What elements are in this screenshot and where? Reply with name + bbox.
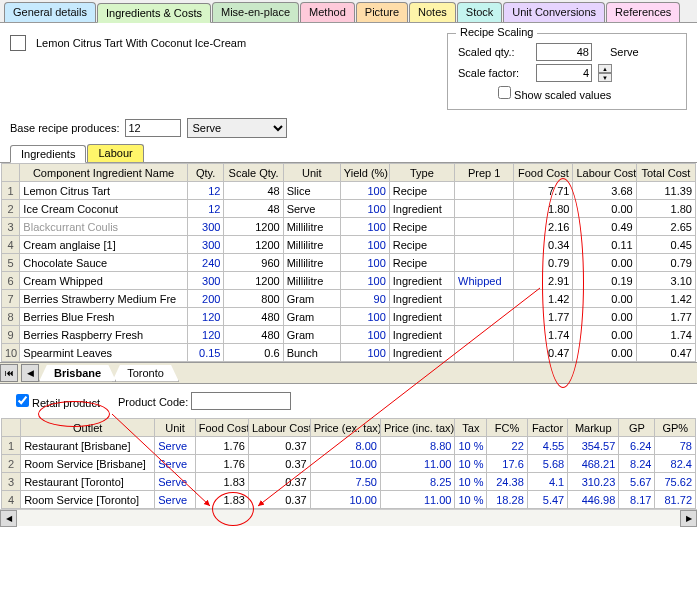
scroll-right-icon[interactable]: ▶ <box>680 510 697 527</box>
ingredient-row[interactable]: 10Spearmint Leaves0.150.6Bunch100Ingredi… <box>2 344 696 362</box>
sub-tab-bar: IngredientsLabour <box>0 144 697 163</box>
main-tab-stock[interactable]: Stock <box>457 2 503 22</box>
recipe-scaling-box: Recipe Scaling Scaled qty.: Serve Scale … <box>447 33 687 110</box>
ingredient-row[interactable]: 6Cream Whipped3001200Millilitre100Ingred… <box>2 272 696 290</box>
retail-product-checkbox[interactable] <box>16 394 29 407</box>
ing-col-header[interactable]: Type <box>389 164 454 182</box>
spin-up-icon[interactable]: ▲ <box>598 64 612 73</box>
ingredients-grid[interactable]: Component Ingredient NameQty.Scale Qty.U… <box>1 163 696 362</box>
main-tab-ingredients-costs[interactable]: Ingredients & Costs <box>97 3 211 23</box>
outlet-col-header[interactable]: Factor <box>527 419 567 437</box>
ws-nav[interactable]: ⏮ ◀ <box>0 364 39 382</box>
ws-tab-brisbane[interactable]: Brisbane <box>39 365 116 382</box>
outlet-row[interactable]: 3Restaurant [Toronto]Serve1.830.377.508.… <box>2 473 696 491</box>
ws-tab-toronto[interactable]: Toronto <box>112 365 179 382</box>
scaled-qty-label: Scaled qty.: <box>458 46 530 58</box>
product-code-input[interactable] <box>191 392 291 410</box>
main-tab-notes[interactable]: Notes <box>409 2 456 22</box>
horizontal-scrollbar[interactable]: ◀ ▶ <box>0 509 697 526</box>
show-scaled-checkbox[interactable] <box>498 86 511 99</box>
outlet-grid[interactable]: OutletUnitFood CostLabour CostPrice (ex.… <box>1 418 696 509</box>
scaled-qty-input[interactable] <box>536 43 592 61</box>
outlet-col-header[interactable]: Markup <box>568 419 619 437</box>
header-area: Lemon Citrus Tart With Coconut Ice-Cream… <box>0 23 697 116</box>
ing-col-header[interactable]: Yield (%) <box>340 164 389 182</box>
retail-product-label: Retail product <box>32 397 100 409</box>
ingredient-row[interactable]: 8Berries Blue Fresh120480Gram100Ingredie… <box>2 308 696 326</box>
outlet-row[interactable]: 4Room Service [Toronto]Serve1.830.3710.0… <box>2 491 696 509</box>
ing-col-header[interactable]: Total Cost <box>636 164 695 182</box>
ing-col-header[interactable]: Food Cost <box>514 164 573 182</box>
ingredient-row[interactable]: 5Chocolate Sauce240960Millilitre100Recip… <box>2 254 696 272</box>
ingredient-row[interactable]: 2Ice Cream Coconut1248Serve100Ingredient… <box>2 200 696 218</box>
base-recipe-row: Base recipe produces: Serve <box>0 116 697 144</box>
outlet-col-header[interactable]: Unit <box>155 419 195 437</box>
ws-first-icon[interactable]: ⏮ <box>0 364 18 382</box>
ing-col-header[interactable]: Component Ingredient Name <box>20 164 187 182</box>
scale-factor-input[interactable] <box>536 64 592 82</box>
ingredients-grid-container: Component Ingredient NameQty.Scale Qty.U… <box>0 163 697 362</box>
outlet-col-header[interactable]: GP <box>619 419 655 437</box>
main-tab-mise-en-place[interactable]: Mise-en-place <box>212 2 299 22</box>
worksheet-tab-bar: ⏮ ◀ BrisbaneToronto <box>0 362 697 384</box>
ing-col-header[interactable]: Prep 1 <box>455 164 514 182</box>
ing-col-header[interactable]: Labour Cost <box>573 164 636 182</box>
sub-tab-ingredients[interactable]: Ingredients <box>10 145 86 163</box>
recipe-title: Lemon Citrus Tart With Coconut Ice-Cream <box>36 37 246 49</box>
outlet-col-header[interactable]: Outlet <box>21 419 155 437</box>
main-tab-general-details[interactable]: General details <box>4 2 96 22</box>
show-scaled-label: Show scaled values <box>514 89 611 101</box>
ing-col-header[interactable]: Qty. <box>187 164 224 182</box>
scaled-qty-unit: Serve <box>610 46 639 58</box>
base-recipe-label: Base recipe produces: <box>10 122 119 134</box>
ing-col-header[interactable]: Scale Qty. <box>224 164 283 182</box>
scale-factor-label: Scale factor: <box>458 67 530 79</box>
ws-prev-icon[interactable]: ◀ <box>21 364 39 382</box>
main-tab-unit-conversions[interactable]: Unit Conversions <box>503 2 605 22</box>
outlet-col-header[interactable]: Price (ex. tax) <box>310 419 380 437</box>
product-code-label: Product Code: <box>118 396 188 408</box>
spin-down-icon[interactable]: ▼ <box>598 73 612 82</box>
outlet-col-header[interactable]: Food Cost <box>195 419 248 437</box>
ingredient-row[interactable]: 3Blackcurrant Coulis3001200Millilitre100… <box>2 218 696 236</box>
retail-row: Retail product Product Code: <box>0 384 697 418</box>
ing-col-header[interactable]: Unit <box>283 164 340 182</box>
scale-factor-spinner[interactable]: ▲ ▼ <box>598 64 612 82</box>
outlet-row[interactable]: 2Room Service [Brisbane]Serve1.760.3710.… <box>2 455 696 473</box>
outlet-row[interactable]: 1Restaurant [Brisbane]Serve1.760.378.008… <box>2 437 696 455</box>
ingredient-row[interactable]: 1Lemon Citrus Tart1248Slice100Recipe7.71… <box>2 182 696 200</box>
ingredient-row[interactable]: 4Cream anglaise [1]3001200Millilitre100R… <box>2 236 696 254</box>
sub-tab-labour[interactable]: Labour <box>87 144 143 162</box>
main-tab-picture[interactable]: Picture <box>356 2 408 22</box>
outlet-col-header[interactable]: FC% <box>487 419 527 437</box>
base-unit-select[interactable]: Serve <box>187 118 287 138</box>
main-tab-method[interactable]: Method <box>300 2 355 22</box>
outlet-col-header[interactable]: Tax <box>455 419 487 437</box>
scaling-legend: Recipe Scaling <box>456 26 537 38</box>
outlet-col-header[interactable]: GP% <box>655 419 696 437</box>
main-tab-references[interactable]: References <box>606 2 680 22</box>
document-icon <box>10 35 26 51</box>
ingredient-row[interactable]: 7Berries Strawberry Medium Fre200800Gram… <box>2 290 696 308</box>
outlet-col-header[interactable]: Labour Cost <box>248 419 310 437</box>
main-tab-bar: General detailsIngredients & CostsMise-e… <box>0 0 697 23</box>
outlet-col-header[interactable]: Price (inc. tax) <box>380 419 455 437</box>
base-qty-input[interactable] <box>125 119 181 137</box>
scroll-left-icon[interactable]: ◀ <box>0 510 17 527</box>
ingredient-row[interactable]: 9Berries Raspberry Fresh120480Gram100Ing… <box>2 326 696 344</box>
